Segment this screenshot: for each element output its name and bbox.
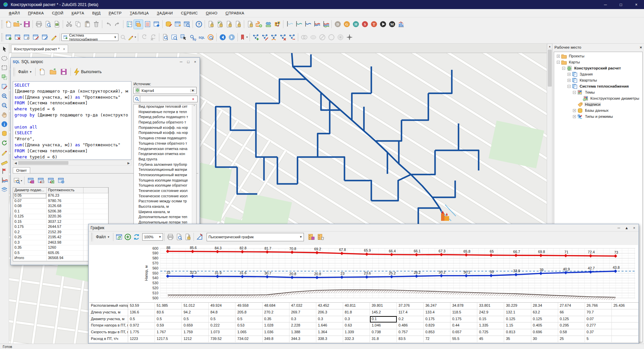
chart-table-cell[interactable]: 1.065 [235, 329, 262, 336]
scroll-right-icon[interactable]: ▶ [126, 161, 131, 165]
zoom-level-combobox[interactable]: 100%▼ [142, 233, 163, 241]
chart-table-cell[interactable]: 0.15 [477, 316, 504, 323]
chart-table-cell[interactable]: 136.6 [128, 309, 155, 316]
chart-table-cell[interactable]: 734.02 [235, 336, 262, 343]
chart-table-cell[interactable]: 0.5 [235, 316, 262, 323]
save-disk-icon[interactable] [22, 20, 31, 29]
gray-oval-icon[interactable] [309, 33, 318, 42]
chart-bars-icon[interactable] [396, 20, 406, 29]
tree-item-конструкторские-диаметры[interactable]: Конструкторские диаметры [554, 95, 642, 101]
chart-table-cell[interactable]: 344.3 [289, 336, 316, 343]
help-circle-icon[interactable]: ? [194, 20, 203, 29]
chart-table-cell[interactable]: 0.5 [182, 316, 209, 323]
result-row[interactable]: 0.083126.68 [13, 204, 108, 209]
minimize-button[interactable]: ─ [598, 0, 613, 9]
chart-table-cell[interactable]: 1.767 [155, 329, 182, 336]
measure-ruler-icon[interactable] [0, 158, 8, 166]
chart-table-cell[interactable]: 118.5 [450, 309, 477, 316]
chart-table-cell[interactable]: 0.829 [424, 322, 450, 329]
field-list-item[interactable]: Толщина стенки обратного т [134, 141, 196, 147]
chart-table-cell[interactable]: 47.032 [289, 303, 316, 309]
menu-растр[interactable]: РАСТР [105, 11, 126, 15]
sql-minimize-icon[interactable]: ─ [180, 60, 182, 64]
layer-combobox[interactable]: Система теплоснабжения▼ [61, 34, 118, 41]
source-combobox[interactable]: Карта4 ▼ [133, 87, 197, 94]
sql-maximize-icon[interactable]: □ [187, 60, 190, 64]
profile-t-icon[interactable] [312, 20, 321, 29]
profile-h-icon[interactable] [303, 20, 312, 29]
chart-table-cell[interactable]: 205.8 [235, 309, 262, 316]
chart-table-cell[interactable]: 0.175 [424, 316, 450, 323]
chart-table-cell[interactable]: 39.801 [370, 303, 397, 309]
chart-table-cell[interactable]: 0.659 [182, 322, 209, 329]
info-circle-icon[interactable]: i [0, 120, 8, 128]
chart-table-cell[interactable]: 0.725 [477, 329, 504, 336]
workspace-close-icon[interactable]: × [640, 45, 642, 49]
select-rect-icon[interactable] [0, 64, 8, 72]
chart-table-cell[interactable]: 30.229 [504, 303, 531, 309]
import-image-page-icon[interactable] [52, 20, 61, 29]
expand-icon[interactable]: + [573, 109, 576, 112]
field-list-item[interactable]: Поправочный коэфф. на нор [134, 126, 196, 131]
chart-table-cell[interactable]: 0.295 [558, 322, 585, 329]
tree-item-типы-и-режимы[interactable]: +Типы и режимы [554, 113, 642, 119]
scroll-up-icon[interactable]: ▲ [547, 44, 552, 49]
frame-lock-icon[interactable] [224, 20, 233, 29]
field-list-item[interactable]: Нормативные потери в тепл [134, 110, 196, 115]
field-list-item[interactable]: Дополнительные потери теп [134, 215, 196, 220]
tree-item-здания[interactable]: +Здания [554, 71, 642, 77]
sql-open-icon[interactable] [48, 66, 58, 77]
field-list-item[interactable]: Вид грунта [134, 157, 196, 162]
pencil-icon[interactable]: ▼ [127, 33, 137, 42]
chart-table-cell[interactable]: 1.073 [209, 329, 235, 336]
chart-table-cell[interactable]: 35 [504, 336, 531, 343]
scroll-thumb[interactable] [18, 161, 68, 165]
field-list-item[interactable]: Теплоизоляционный матери [134, 167, 196, 173]
chart-table-cell[interactable]: 0.2 [397, 316, 424, 323]
play-circle-icon[interactable] [378, 20, 387, 29]
chart-table-cell[interactable]: 48.684 [263, 303, 289, 309]
chart-table-cell[interactable]: 0.853 [424, 329, 450, 336]
menu-справка[interactable]: СПРАВКА [221, 11, 248, 15]
chart-table-cell[interactable]: 25.436 [612, 303, 639, 309]
chart-table-cell[interactable]: 0.3 [316, 316, 343, 323]
find-page-icon[interactable] [161, 33, 170, 42]
sql-run-button[interactable]: Выполнить [81, 69, 102, 74]
chart-table-cell[interactable]: 63.2 [531, 309, 558, 316]
collapse-icon[interactable]: − [557, 61, 560, 64]
chart-table-cell[interactable]: 0.125 [504, 316, 531, 323]
map-pencil-icon[interactable] [31, 33, 40, 42]
chart-table-cell[interactable]: 37.376 [397, 303, 424, 309]
table-new-star-icon[interactable] [173, 20, 182, 29]
chart-table-cell[interactable]: 1.046 [370, 322, 397, 329]
nav-back-icon[interactable] [218, 33, 227, 42]
select-frame-green-icon[interactable] [0, 73, 8, 81]
chart-table-cell[interactable]: 0.277 [585, 322, 612, 329]
clear-search-icon[interactable]: × [192, 97, 197, 101]
chart-table-cell[interactable]: 133.4 [424, 309, 450, 316]
checklist-page-icon[interactable] [125, 20, 134, 29]
gray-circle-icon[interactable] [327, 33, 336, 42]
menu-задачи[interactable]: ЗАДАЧИ [153, 11, 177, 15]
chart-table-cell[interactable]: 1.339 [343, 329, 370, 336]
tree-item-проекты[interactable]: +Проекты [554, 53, 642, 59]
menu-таблица[interactable]: ТАБЛИЦА [126, 11, 153, 15]
result-column-header[interactable]: Протяженность [47, 188, 84, 193]
chart-table-cell[interactable] [612, 336, 639, 343]
expand-icon[interactable]: + [568, 79, 571, 82]
map-tab-close-icon[interactable]: × [63, 47, 65, 51]
chart-table-cell[interactable]: 145.2 [370, 309, 397, 316]
chart-table-cell[interactable]: 0.53 [235, 322, 262, 329]
pipe-route-icon[interactable] [255, 20, 264, 29]
sql-editor[interactable]: SELECT[Диаметр подающего тр-да (конструк… [13, 81, 131, 160]
tree-item-надписи[interactable]: Надписи [554, 101, 642, 107]
chart-table-cell[interactable]: 0.486 [397, 322, 424, 329]
chart-table-cell[interactable]: 49.924 [209, 303, 235, 309]
chart-table-cell[interactable]: 33.801 [477, 303, 504, 309]
print-icon[interactable] [34, 20, 43, 29]
chart-table-cell[interactable]: 0.1 [370, 316, 397, 323]
chart-table-cell[interactable]: 53.59 [128, 303, 155, 309]
chart-table-cell[interactable]: 0.657 [450, 329, 477, 336]
sql-label-icon[interactable]: SQL [197, 33, 206, 42]
chart-table-cell[interactable]: 2.228 [289, 322, 316, 329]
